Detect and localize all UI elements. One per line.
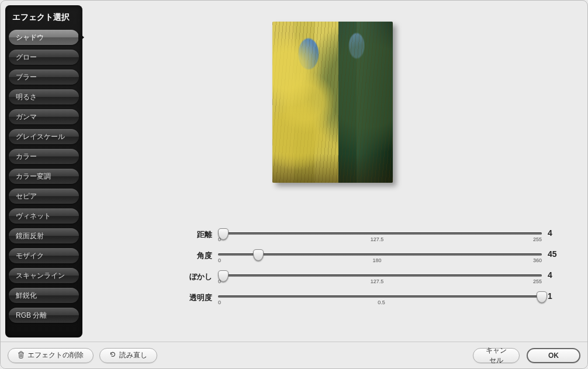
effect-glow[interactable]: グロー <box>9 50 79 65</box>
preview-image <box>272 22 393 183</box>
slider-track[interactable]: 0 127.5 255 <box>218 226 542 247</box>
button-label: OK <box>548 351 559 360</box>
effect-blur[interactable]: ブラー <box>9 69 79 85</box>
effect-color-mod[interactable]: カラー変調 <box>9 169 79 184</box>
trash-icon <box>18 351 25 360</box>
tick-min: 0 <box>218 300 221 305</box>
slider-label: ぼかし <box>188 268 218 282</box>
effect-label: グロー <box>16 53 37 61</box>
effect-sepia[interactable]: セピア <box>9 189 79 204</box>
button-label: キャンセル <box>483 346 510 365</box>
slider-value: 4 <box>542 226 559 238</box>
slider-label: 角度 <box>188 247 218 261</box>
tick-min: 0 <box>218 257 221 263</box>
slider-blur: ぼかし 0 127.5 255 4 <box>188 268 559 289</box>
effect-label: シャドウ <box>16 33 44 41</box>
effect-label: ブラー <box>16 73 37 81</box>
effect-brightness[interactable]: 明るさ <box>9 89 79 105</box>
effect-scanline[interactable]: スキャンライン <box>9 268 79 283</box>
tick-min: 0 <box>218 236 221 242</box>
tick-mid: 127.5 <box>371 279 384 284</box>
effect-sidebar: エフェクト選択 シャドウ グロー ブラー 明るさ ガンマ グレイスケール カラー… <box>5 5 82 337</box>
effect-rgb-split[interactable]: RGB 分離 <box>9 308 79 323</box>
button-label: エフェクトの削除 <box>27 350 84 360</box>
slider-value: 4 <box>542 268 559 280</box>
effect-label: グレイスケール <box>16 133 65 141</box>
tick-max: 255 <box>533 279 542 284</box>
tick-max: 255 <box>533 236 542 242</box>
tick-mid: 127.5 <box>371 236 384 242</box>
effect-label: RGB 分離 <box>16 311 47 319</box>
effect-label: ガンマ <box>16 113 37 121</box>
reload-icon <box>109 351 116 360</box>
footer: エフェクトの削除 読み直し キャンセル OK <box>1 342 587 368</box>
effect-shadow[interactable]: シャドウ <box>9 30 79 45</box>
effect-label: ヴィネット <box>16 212 51 220</box>
slider-track[interactable]: 0 0.5 <box>218 289 542 310</box>
content-area: 距離 0 127.5 255 4 角度 <box>82 5 583 337</box>
slider-opacity: 透明度 0 0.5 1 <box>188 289 559 310</box>
slider-distance: 距離 0 127.5 255 4 <box>188 226 559 247</box>
reload-button[interactable]: 読み直し <box>99 348 157 363</box>
tick-mid: 0.5 <box>378 300 385 305</box>
effect-label: 鮮鋭化 <box>16 291 37 300</box>
effect-sharpen[interactable]: 鮮鋭化 <box>9 288 79 303</box>
effect-label: カラー変調 <box>16 172 51 180</box>
effect-label: スキャンライン <box>16 271 65 280</box>
effect-label: カラー <box>16 152 37 161</box>
ok-button[interactable]: OK <box>527 348 580 363</box>
preview-wrap <box>272 22 393 183</box>
slider-angle: 角度 0 180 360 45 <box>188 247 559 268</box>
cancel-button[interactable]: キャンセル <box>473 348 520 363</box>
effect-vignette[interactable]: ヴィネット <box>9 208 79 224</box>
delete-effect-button[interactable]: エフェクトの削除 <box>8 348 94 363</box>
effect-label: セピア <box>16 192 37 200</box>
effect-color[interactable]: カラー <box>9 149 79 164</box>
effect-gamma[interactable]: ガンマ <box>9 109 79 124</box>
effect-mirror[interactable]: 鏡面反射 <box>9 228 79 243</box>
slider-label: 透明度 <box>188 289 218 303</box>
button-label: 読み直し <box>119 350 147 360</box>
effect-grayscale[interactable]: グレイスケール <box>9 129 79 144</box>
slider-track[interactable]: 0 127.5 255 <box>218 268 542 289</box>
effect-label: モザイク <box>16 252 44 260</box>
slider-value: 45 <box>542 247 559 259</box>
sidebar-title: エフェクト選択 <box>9 10 79 30</box>
effect-mosaic[interactable]: モザイク <box>9 248 79 263</box>
slider-label: 距離 <box>188 226 218 240</box>
slider-panel: 距離 0 127.5 255 4 角度 <box>188 226 559 310</box>
tick-mid: 180 <box>372 257 381 263</box>
effect-label: 明るさ <box>16 93 37 101</box>
slider-track[interactable]: 0 180 360 <box>218 247 542 268</box>
effect-label: 鏡面反射 <box>16 232 44 240</box>
tick-min: 0 <box>218 279 221 284</box>
tick-max: 360 <box>533 257 542 263</box>
